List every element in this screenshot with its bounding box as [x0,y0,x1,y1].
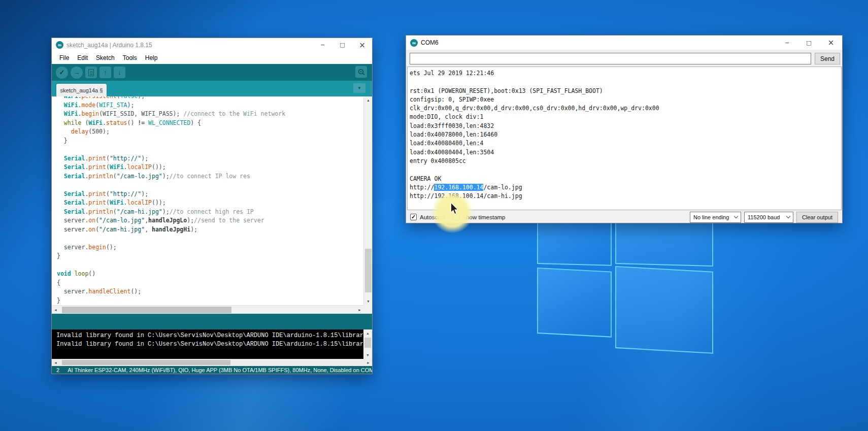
checkmark-icon: ✓ [411,214,416,220]
code-line: Serial.print(WiFi.localIP()); [57,163,363,172]
baud-rate-value: 115200 baud [748,214,780,220]
tab-sketch-aug14a[interactable]: sketch_aug14a § [56,84,107,96]
desktop: ∞ sketch_aug14a | Arduino 1.8.15 ─ □ × F… [0,0,868,431]
down-arrow-icon: ↓ [118,69,121,76]
scroll-up-icon[interactable]: ▲ [363,329,372,337]
magnifier-icon [357,68,365,76]
check-icon: ✓ [59,69,65,76]
serial-output-line: load:0x40080400,len:4 [410,139,841,148]
menu-tools[interactable]: Tools [119,53,141,63]
arduino-app-icon: ∞ [56,41,63,49]
upload-button[interactable]: → [71,67,83,79]
code-line: } [57,137,363,146]
console-vertical-scrollbar[interactable]: ▲ ▼ [363,329,372,359]
scroll-down-icon[interactable]: ▼ [363,351,372,359]
serial-output-line: rst:0x1 (POWERON_RESET),boot:0x13 (SPI_F… [410,87,841,95]
console-output: Invalid library found in C:\Users\Servis… [52,329,372,359]
menu-edit[interactable]: Edit [73,53,92,63]
send-button[interactable]: Send [815,53,840,64]
scroll-left-icon[interactable]: ◄ [52,306,59,314]
code-line: WiFi.persistent(false); [57,96,363,101]
code-area[interactable]: WiFi.persistent(false); WiFi.mode(WIFI_S… [52,96,363,305]
chevron-down-icon: ▼ [357,86,361,90]
close-icon[interactable]: × [820,36,842,50]
windows-logo-pane [615,266,713,354]
tabbar: sketch_aug14a § ▼ [52,81,372,96]
editor-horizontal-scrollbar[interactable]: ◄ ► [52,305,363,314]
serial-output-line [410,78,841,86]
scrollbar-thumb[interactable] [365,249,372,292]
maximize-icon[interactable]: □ [332,38,352,52]
scrollbar-thumb[interactable] [364,338,371,348]
chevron-down-icon [734,214,738,218]
menu-sketch[interactable]: Sketch [92,53,119,63]
code-line: { [57,279,363,288]
code-line: } [57,296,363,306]
show-timestamp-checkbox[interactable] [453,214,459,220]
scrollbar-thumb[interactable] [62,307,231,313]
serial-titlebar[interactable]: ∞ COM6 ─ □ × [406,36,842,50]
minimize-icon[interactable]: ─ [776,36,798,50]
code-line: WiFi.begin(WIFI_SSID, WIFI_PASS); //conn… [57,110,363,119]
serial-output-line: entry 0x400805cc [410,157,841,165]
code-editor[interactable]: WiFi.persistent(false); WiFi.mode(WIFI_S… [52,96,372,314]
serial-output-line: http://192.168.100.14/cam-lo.jpg [410,183,841,192]
code-line: void loop() [57,270,363,279]
menu-help[interactable]: Help [141,53,162,63]
open-button[interactable]: ↑ [99,67,111,78]
minimize-icon[interactable]: ─ [313,38,332,52]
code-line [57,145,363,154]
status-line-number: 2 [56,367,59,373]
code-line: server.begin(); [57,243,363,252]
scroll-down-icon[interactable]: ▼ [364,297,373,305]
verify-button[interactable]: ✓ [56,67,68,79]
close-icon[interactable]: × [352,38,372,52]
console-messages: Invalid library found in C:\Users\Servis… [56,331,363,349]
menu-file[interactable]: File [55,53,73,63]
code-line: Serial.print("http://"); [57,154,363,163]
serial-send-input[interactable] [410,53,811,64]
chevron-down-icon [786,214,790,218]
code-line [57,234,363,243]
editor-vertical-scrollbar[interactable]: ▲ ▼ [363,96,372,305]
autoscroll-checkbox[interactable]: ✓ [410,214,417,220]
window-title: COM6 [421,39,439,46]
scroll-left-icon[interactable]: ◄ [52,359,59,366]
save-button[interactable]: ↓ [114,67,125,78]
serial-output-line: configsip: 0, SPIWP:0xee [410,95,841,104]
code-line: WiFi.mode(WIFI_STA); [57,101,363,110]
line-ending-select[interactable]: No line ending [690,212,741,223]
code-line: Serial.print("http://"); [57,190,363,199]
code-line: server.handleClient(); [57,287,363,296]
window-title: sketch_aug14a | Arduino 1.8.15 [66,42,152,49]
serial-output[interactable]: ets Jul 29 2019 12:21:46 rst:0x1 (POWERO… [407,67,842,210]
code-line: server.on("/cam-hi.jpg", handleJpgHi); [57,225,363,235]
serial-monitor-button[interactable] [355,66,367,78]
serial-monitor-window: ∞ COM6 ─ □ × Send ets Jul 29 2019 12:21:… [406,35,843,223]
serial-output-line: mode:DIO, clock div:1 [410,113,841,121]
arduino-titlebar[interactable]: ∞ sketch_aug14a | Arduino 1.8.15 ─ □ × [52,38,372,52]
tab-list-dropdown[interactable]: ▼ [353,83,365,93]
document-icon [88,69,94,76]
editor-console-divider[interactable] [52,314,372,329]
status-board-info: AI Thinker ESP32-CAM, 240MHz (WiFi/BT), … [68,367,372,373]
line-ending-value: No line ending [693,214,729,220]
maximize-icon[interactable]: □ [798,36,820,50]
baud-rate-select[interactable]: 115200 baud [744,212,793,223]
scrollbar-thumb[interactable] [62,360,230,365]
scroll-right-icon[interactable]: ► [364,359,372,366]
code-line: Serial.println("/cam-lo.jpg");//to conne… [57,172,363,181]
serial-output-line [410,165,841,174]
scroll-up-icon[interactable]: ▲ [364,96,373,104]
toolbar: ✓ → ↑ ↓ [52,64,372,81]
arduino-ide-window: ∞ sketch_aug14a | Arduino 1.8.15 ─ □ × F… [51,38,373,374]
infinity-glyph: ∞ [412,40,416,46]
scroll-right-icon[interactable]: ► [356,306,363,314]
code-line: while (WiFi.status() != WL_CONNECTED) { [57,119,363,128]
new-sketch-button[interactable] [85,67,97,78]
clear-output-button[interactable]: Clear output [796,212,838,223]
status-bar: 2 AI Thinker ESP32-CAM, 240MHz (WiFi/BT)… [52,366,372,374]
console-horizontal-scrollbar[interactable]: ◄ ► [52,359,372,366]
serial-output-line: load:0x40080404,len:3504 [410,148,841,157]
serial-monitor-bottom-bar: ✓ Autoscroll Show timestamp No line endi… [406,210,842,224]
